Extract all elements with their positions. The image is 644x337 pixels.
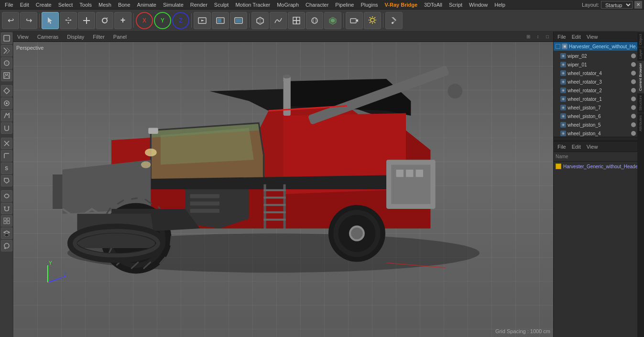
viewport-canvas[interactable]: Perspective bbox=[13, 42, 553, 337]
menu-3dtoall[interactable]: 3DToAll bbox=[421, 1, 445, 9]
add-button[interactable]: + bbox=[114, 12, 131, 29]
viewport-tab-filter[interactable]: Filter bbox=[91, 33, 106, 41]
main-area: S View Cameras Display Filter Panel bbox=[0, 32, 644, 337]
tree-item-wheel_rotator_3[interactable]: ◉ wheel_rotator_3 bbox=[554, 77, 644, 86]
menu-mesh[interactable]: Mesh bbox=[96, 1, 114, 9]
left-btn-circle[interactable] bbox=[1, 240, 12, 251]
viewport-icon-3[interactable]: □ bbox=[544, 33, 551, 41]
attr-file[interactable]: File bbox=[556, 143, 568, 150]
redo-button[interactable]: ↪ bbox=[20, 12, 37, 29]
axis-x-button[interactable]: X bbox=[136, 12, 153, 29]
attr-view[interactable]: View bbox=[585, 143, 600, 150]
menu-select[interactable]: Select bbox=[55, 1, 76, 9]
menu-animate[interactable]: Animate bbox=[134, 1, 159, 9]
tree-item-wheel_piston_4[interactable]: ◉ wheel_piston_4 bbox=[554, 129, 644, 137]
layout-select[interactable]: Startup bbox=[601, 1, 633, 9]
tree-item-wheel_rotator_2[interactable]: ◉ wheel_rotator_2 bbox=[554, 86, 644, 95]
left-btn-arc[interactable] bbox=[1, 150, 12, 162]
menu-create[interactable]: Create bbox=[33, 1, 55, 9]
left-btn-8[interactable] bbox=[1, 122, 12, 134]
menu-script[interactable]: Script bbox=[446, 1, 465, 9]
side-tab-browser[interactable]: Current Browser bbox=[637, 61, 644, 93]
menu-pipeline[interactable]: Pipeline bbox=[332, 1, 357, 9]
side-tab-layer[interactable]: Layer bbox=[637, 47, 644, 61]
left-btn-model[interactable] bbox=[1, 33, 12, 44]
spline-button[interactable] bbox=[270, 12, 287, 29]
left-btn-magnet[interactable] bbox=[1, 203, 12, 214]
axis-z-button[interactable]: Z bbox=[172, 12, 189, 29]
subdiv-button[interactable] bbox=[288, 12, 305, 29]
render-to-view-button[interactable] bbox=[230, 12, 247, 29]
effectors-button[interactable] bbox=[324, 12, 341, 29]
tree-item-root[interactable]: ▣ Harvester_Generic_without_Hea... bbox=[554, 42, 644, 51]
menu-motion-tracker[interactable]: Motion Tracker bbox=[232, 1, 273, 9]
svg-rect-5 bbox=[218, 19, 221, 22]
menu-plugins[interactable]: Plugins bbox=[358, 1, 381, 9]
rotate-tool-button[interactable] bbox=[96, 12, 113, 29]
horizontal-scrollbar[interactable] bbox=[554, 137, 644, 141]
close-button[interactable]: ✕ bbox=[634, 1, 642, 9]
left-btn-7[interactable] bbox=[1, 110, 12, 121]
viewport-tab-cameras[interactable]: Cameras bbox=[35, 33, 61, 41]
scale-tool-button[interactable] bbox=[78, 12, 95, 29]
menu-sculpt[interactable]: Sculpt bbox=[211, 1, 232, 9]
side-tab-structure[interactable]: Structure bbox=[637, 93, 644, 112]
attr-name-label: Name bbox=[556, 154, 568, 159]
light-button[interactable] bbox=[364, 12, 381, 29]
attr-name-value-row: Harvester_Generic_without_Heade... bbox=[554, 162, 644, 171]
side-tab-object[interactable]: Object bbox=[637, 32, 644, 47]
viewport-tab-panel[interactable]: Panel bbox=[111, 33, 129, 41]
left-btn-layers[interactable] bbox=[1, 228, 12, 239]
camera-button[interactable] bbox=[346, 12, 363, 29]
menu-render[interactable]: Render bbox=[187, 1, 210, 9]
tree-item-wheel_rotator_4[interactable]: ◉ wheel_rotator_4 bbox=[554, 69, 644, 77]
menu-character[interactable]: Character bbox=[303, 1, 331, 9]
menu-help[interactable]: Help bbox=[491, 1, 508, 9]
attr-color-box bbox=[556, 163, 561, 169]
tree-item-wheel_piston_5[interactable]: ◉ wheel_piston_5 bbox=[554, 120, 644, 129]
cube-button[interactable] bbox=[251, 12, 269, 29]
left-btn-deform[interactable] bbox=[1, 190, 12, 202]
anim-button[interactable] bbox=[194, 12, 211, 29]
left-btn-grid[interactable] bbox=[1, 215, 12, 227]
obj-panel-file[interactable]: File bbox=[556, 33, 568, 40]
viewport-icon-2[interactable]: ↕ bbox=[534, 33, 542, 41]
viewport-icon-1[interactable]: ⊞ bbox=[524, 33, 532, 41]
move-tool-button[interactable] bbox=[60, 12, 77, 29]
toolbar-sep-3 bbox=[191, 13, 192, 28]
tree-item-wheel_piston_6[interactable]: ◉ wheel_piston_6 bbox=[554, 112, 644, 120]
tree-item-wheel_piston_7[interactable]: ◉ wheel_piston_7 bbox=[554, 103, 644, 112]
viewport-tab-view[interactable]: View bbox=[15, 33, 31, 41]
menu-mograph[interactable]: MoGraph bbox=[274, 1, 302, 9]
menu-edit[interactable]: Edit bbox=[17, 1, 32, 9]
left-btn-paint2[interactable] bbox=[1, 175, 12, 186]
paint-button[interactable] bbox=[385, 12, 403, 29]
left-btn-texture[interactable] bbox=[1, 45, 12, 56]
menu-simulate[interactable]: Simulate bbox=[160, 1, 186, 9]
obj-panel-view[interactable]: View bbox=[585, 33, 600, 40]
tree-item-wheel_rotator_1[interactable]: ◉ wheel_rotator_1 bbox=[554, 95, 644, 103]
select-tool-button[interactable] bbox=[42, 12, 59, 29]
menu-tools[interactable]: Tools bbox=[76, 1, 95, 9]
side-tab-attributes[interactable]: Attributes bbox=[637, 113, 644, 133]
tree-item-wiper_01[interactable]: ◉ wiper_01 bbox=[554, 60, 644, 69]
viewport-tab-display[interactable]: Display bbox=[65, 33, 86, 41]
left-btn-5[interactable] bbox=[1, 85, 12, 97]
render-button[interactable] bbox=[212, 12, 229, 29]
axis-y-button[interactable]: Y bbox=[154, 12, 171, 29]
attr-edit[interactable]: Edit bbox=[570, 143, 583, 150]
tree-item-wiper_02[interactable]: ◉ wiper_02 bbox=[554, 52, 644, 60]
left-btn-6[interactable] bbox=[1, 98, 12, 109]
svg-rect-37 bbox=[263, 218, 285, 220]
menu-vray-bridge[interactable]: V-Ray Bridge bbox=[382, 1, 420, 9]
menu-file[interactable]: File bbox=[2, 1, 16, 9]
nurbs-button[interactable] bbox=[306, 12, 323, 29]
left-btn-brush[interactable] bbox=[1, 70, 12, 81]
undo-button[interactable]: ↩ bbox=[2, 12, 19, 29]
left-btn-line[interactable] bbox=[1, 138, 12, 149]
menu-bone[interactable]: Bone bbox=[115, 1, 133, 9]
left-btn-s[interactable]: S bbox=[1, 163, 12, 174]
left-btn-uv[interactable] bbox=[1, 57, 12, 69]
obj-panel-edit[interactable]: Edit bbox=[570, 33, 583, 40]
menu-window[interactable]: Window bbox=[466, 1, 491, 9]
